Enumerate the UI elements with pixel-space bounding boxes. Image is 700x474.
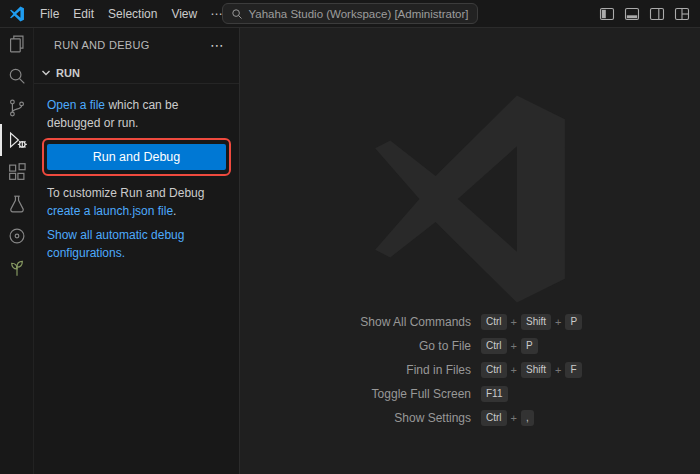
- run-and-debug-sidebar: RUN AND DEBUG ⋯ RUN Open a file which ca…: [34, 28, 240, 474]
- shortcut-label: Find in Files: [301, 363, 471, 377]
- open-file-text: Open a file which can be debugged or run…: [47, 96, 226, 132]
- key-chip: ,: [521, 410, 534, 426]
- key-chip: Shift: [521, 362, 551, 378]
- plant-icon: [6, 257, 28, 279]
- activity-bar: [0, 28, 34, 474]
- shortcut-label: Show Settings: [301, 411, 471, 425]
- shortcut-row: Find in FilesCtrl+Shift+F: [246, 358, 700, 382]
- key-chip: P: [565, 314, 582, 330]
- command-center-text: Yahaha Studio (Workspace) [Administrator…: [248, 8, 468, 20]
- titlebar-right-actions: [596, 3, 700, 24]
- run-view-content: Open a file which can be debugged or run…: [34, 84, 239, 268]
- source-control-branch-icon: [6, 97, 28, 119]
- shortcut-label: Toggle Full Screen: [301, 387, 471, 401]
- menu-edit[interactable]: Edit: [66, 4, 101, 24]
- shortcut-keys: Ctrl+,: [481, 410, 651, 426]
- shortcuts-list: Show All CommandsCtrl+Shift+PGo to FileC…: [246, 310, 700, 430]
- activity-extra-view-1[interactable]: [0, 220, 33, 252]
- key-separator: +: [511, 340, 517, 352]
- key-separator: +: [511, 364, 517, 376]
- customize-prefix: To customize Run and Debug: [47, 186, 204, 200]
- menu-selection[interactable]: Selection: [101, 4, 164, 24]
- key-chip: P: [521, 338, 538, 354]
- activity-explorer[interactable]: [0, 28, 33, 60]
- shortcut-keys: F11: [481, 386, 651, 402]
- key-chip: Ctrl: [481, 314, 507, 330]
- activity-extra-view-2[interactable]: [0, 252, 33, 284]
- vscode-window: File Edit Selection View ⋯ Yahaha Studio…: [0, 0, 700, 474]
- activity-source-control[interactable]: [0, 92, 33, 124]
- shortcut-label: Show All Commands: [301, 315, 471, 329]
- open-file-link[interactable]: Open a file: [47, 98, 105, 112]
- key-chip: Shift: [521, 314, 551, 330]
- toggle-primary-sidebar-icon[interactable]: [596, 3, 617, 24]
- key-chip: Ctrl: [481, 410, 507, 426]
- search-icon: [231, 8, 243, 20]
- toggle-secondary-sidebar-icon[interactable]: [646, 3, 667, 24]
- key-separator: +: [555, 316, 561, 328]
- extensions-icon: [6, 161, 28, 183]
- search-icon: [6, 65, 28, 87]
- customize-suffix: .: [173, 204, 176, 218]
- sidebar-more-actions[interactable]: ⋯: [206, 38, 229, 52]
- customize-layout-icon[interactable]: [671, 3, 692, 24]
- shortcut-keys: Ctrl+Shift+F: [481, 362, 651, 378]
- shortcut-keys: Ctrl+P: [481, 338, 651, 354]
- shortcut-row: Go to FileCtrl+P: [246, 334, 700, 358]
- menu-view[interactable]: View: [164, 4, 204, 24]
- sidebar-header: RUN AND DEBUG ⋯: [34, 28, 239, 62]
- create-launch-json-link[interactable]: create a launch.json file: [47, 204, 173, 218]
- vscode-logo-icon: [9, 6, 25, 22]
- shortcut-row: Toggle Full ScreenF11: [246, 382, 700, 406]
- files-icon: [6, 33, 28, 55]
- shortcut-row: Show All CommandsCtrl+Shift+P: [246, 310, 700, 334]
- key-chip: Ctrl: [481, 338, 507, 354]
- key-separator: +: [511, 412, 517, 424]
- command-center-search[interactable]: Yahaha Studio (Workspace) [Administrator…: [222, 3, 478, 24]
- key-separator: +: [511, 316, 517, 328]
- shortcut-label: Go to File: [301, 339, 471, 353]
- sidebar-title: RUN AND DEBUG: [54, 39, 150, 51]
- toggle-panel-icon[interactable]: [621, 3, 642, 24]
- key-chip: Ctrl: [481, 362, 507, 378]
- run-section-label: RUN: [56, 67, 80, 79]
- chevron-down-icon: [38, 65, 54, 81]
- activity-testing[interactable]: [0, 188, 33, 220]
- run-button-container: Run and Debug: [47, 144, 226, 170]
- key-separator: +: [555, 364, 561, 376]
- shortcut-row: Show SettingsCtrl+,: [246, 406, 700, 430]
- activity-extensions[interactable]: [0, 156, 33, 188]
- show-all-configs-text: Show all automatic debug configurations.: [47, 226, 226, 262]
- shortcut-keys: Ctrl+Shift+P: [481, 314, 651, 330]
- show-all-configs-link[interactable]: Show all automatic debug configurations.: [47, 228, 184, 260]
- key-chip: F11: [481, 386, 508, 402]
- run-and-debug-button[interactable]: Run and Debug: [47, 144, 226, 170]
- run-debug-icon: [6, 129, 28, 151]
- disc-icon: [6, 225, 28, 247]
- customize-text: To customize Run and Debug create a laun…: [47, 184, 226, 220]
- beaker-icon: [6, 193, 28, 215]
- titlebar: File Edit Selection View ⋯ Yahaha Studio…: [0, 0, 700, 28]
- activity-run-and-debug[interactable]: [0, 124, 33, 156]
- activity-search[interactable]: [0, 60, 33, 92]
- editor-area: Show All CommandsCtrl+Shift+PGo to FileC…: [240, 28, 700, 474]
- key-chip: F: [565, 362, 581, 378]
- main-area: RUN AND DEBUG ⋯ RUN Open a file which ca…: [0, 28, 700, 474]
- vscode-watermark-logo: [361, 90, 579, 308]
- run-section-header[interactable]: RUN: [34, 62, 239, 84]
- menu-file[interactable]: File: [33, 4, 66, 24]
